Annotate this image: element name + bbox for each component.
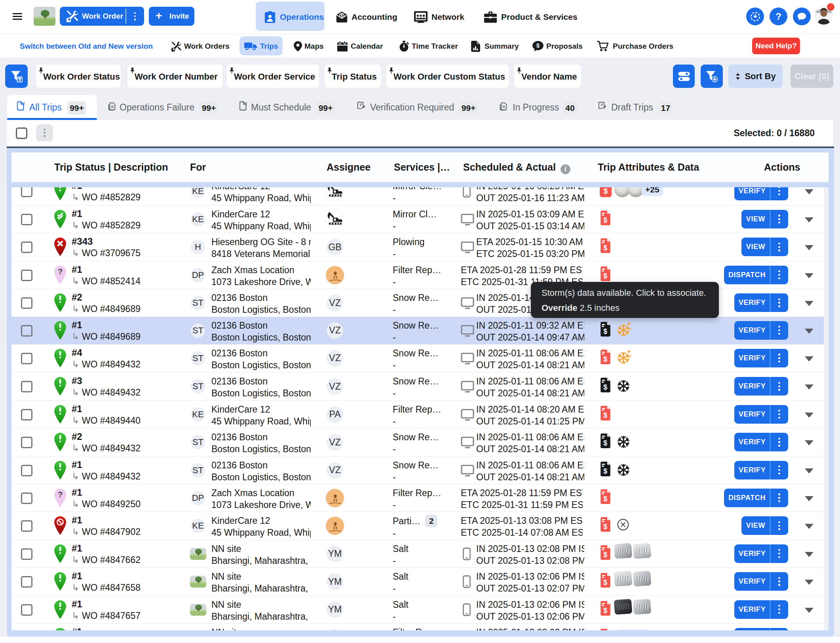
svg-text:$: $ xyxy=(603,578,607,586)
svg-text:$: $ xyxy=(536,42,540,49)
svg-text:$: $ xyxy=(340,13,343,19)
svg-text:?: ? xyxy=(58,267,63,276)
svg-text:$: $ xyxy=(603,384,607,392)
svg-text:$: $ xyxy=(603,439,607,447)
svg-text:$: $ xyxy=(603,467,607,475)
svg-text:$: $ xyxy=(603,355,607,363)
svg-text:$: $ xyxy=(603,244,607,252)
svg-text:$: $ xyxy=(603,327,607,335)
svg-text:$: $ xyxy=(603,551,607,559)
svg-text:$: $ xyxy=(603,411,607,419)
svg-text:$: $ xyxy=(603,495,607,503)
svg-text:$: $ xyxy=(603,272,607,280)
svg-text:$: $ xyxy=(603,523,607,531)
svg-text:$: $ xyxy=(603,607,607,614)
svg-text:?: ? xyxy=(58,490,63,498)
svg-text:$: $ xyxy=(603,216,607,224)
